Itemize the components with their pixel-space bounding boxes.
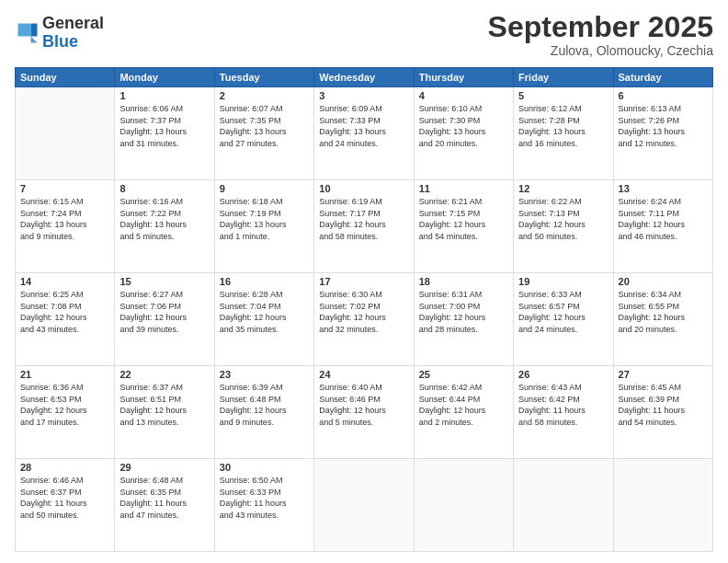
day-info: Sunrise: 6:46 AM Sunset: 6:37 PM Dayligh… — [20, 475, 109, 521]
day-info: Sunrise: 6:30 AM Sunset: 7:02 PM Dayligh… — [319, 289, 408, 335]
weekday-header-saturday: Saturday — [613, 68, 712, 87]
month-title: September 2025 — [488, 11, 713, 43]
day-info: Sunrise: 6:07 AM Sunset: 7:35 PM Dayligh… — [220, 103, 309, 149]
day-info: Sunrise: 6:15 AM Sunset: 7:24 PM Dayligh… — [20, 196, 109, 242]
calendar-week-4: 21Sunrise: 6:36 AM Sunset: 6:53 PM Dayli… — [16, 366, 713, 459]
title-block: September 2025 Zulova, Olomoucky, Czechi… — [488, 11, 713, 58]
day-info: Sunrise: 6:09 AM Sunset: 7:33 PM Dayligh… — [319, 103, 408, 149]
calendar-cell: 18Sunrise: 6:31 AM Sunset: 7:00 PM Dayli… — [414, 273, 513, 366]
calendar-cell: 28Sunrise: 6:46 AM Sunset: 6:37 PM Dayli… — [16, 459, 115, 552]
page-container: General Blue September 2025 Zulova, Olom… — [0, 0, 728, 563]
day-number: 19 — [518, 276, 608, 287]
day-number: 28 — [20, 462, 109, 473]
day-info: Sunrise: 6:37 AM Sunset: 6:51 PM Dayligh… — [119, 382, 209, 428]
day-info: Sunrise: 6:40 AM Sunset: 6:46 PM Dayligh… — [319, 382, 408, 428]
day-info: Sunrise: 6:43 AM Sunset: 6:42 PM Dayligh… — [518, 382, 608, 428]
calendar-cell: 29Sunrise: 6:48 AM Sunset: 6:35 PM Dayli… — [115, 459, 214, 552]
calendar-week-5: 28Sunrise: 6:46 AM Sunset: 6:37 PM Dayli… — [16, 459, 713, 552]
calendar-cell — [16, 87, 115, 180]
svg-marker-1 — [31, 36, 38, 42]
calendar-week-3: 14Sunrise: 6:25 AM Sunset: 7:08 PM Dayli… — [16, 273, 713, 366]
calendar-cell: 20Sunrise: 6:34 AM Sunset: 6:55 PM Dayli… — [613, 273, 712, 366]
location-subtitle: Zulova, Olomoucky, Czechia — [488, 43, 713, 58]
weekday-header-monday: Monday — [115, 68, 214, 87]
calendar-cell: 12Sunrise: 6:22 AM Sunset: 7:13 PM Dayli… — [514, 180, 613, 273]
calendar-cell: 10Sunrise: 6:19 AM Sunset: 7:17 PM Dayli… — [314, 180, 414, 273]
day-info: Sunrise: 6:45 AM Sunset: 6:39 PM Dayligh… — [619, 382, 708, 428]
svg-marker-0 — [31, 23, 38, 36]
calendar-cell: 15Sunrise: 6:27 AM Sunset: 7:06 PM Dayli… — [115, 273, 214, 366]
day-number: 16 — [220, 276, 309, 287]
calendar-cell: 6Sunrise: 6:13 AM Sunset: 7:26 PM Daylig… — [613, 87, 712, 180]
day-info: Sunrise: 6:27 AM Sunset: 7:06 PM Dayligh… — [119, 289, 209, 335]
day-number: 21 — [20, 369, 109, 380]
day-number: 22 — [119, 369, 209, 380]
day-number: 20 — [619, 276, 708, 287]
calendar-cell: 14Sunrise: 6:25 AM Sunset: 7:08 PM Dayli… — [16, 273, 115, 366]
calendar-cell — [314, 459, 414, 552]
calendar-cell: 2Sunrise: 6:07 AM Sunset: 7:35 PM Daylig… — [214, 87, 313, 180]
calendar-week-1: 1Sunrise: 6:06 AM Sunset: 7:37 PM Daylig… — [16, 87, 713, 180]
day-info: Sunrise: 6:22 AM Sunset: 7:13 PM Dayligh… — [518, 196, 608, 242]
day-info: Sunrise: 6:16 AM Sunset: 7:22 PM Dayligh… — [119, 196, 209, 242]
day-info: Sunrise: 6:24 AM Sunset: 7:11 PM Dayligh… — [619, 196, 708, 242]
day-number: 25 — [419, 369, 508, 380]
day-number: 29 — [119, 462, 209, 473]
calendar-cell: 23Sunrise: 6:39 AM Sunset: 6:48 PM Dayli… — [214, 366, 313, 459]
calendar-cell: 16Sunrise: 6:28 AM Sunset: 7:04 PM Dayli… — [214, 273, 313, 366]
calendar-cell: 9Sunrise: 6:18 AM Sunset: 7:19 PM Daylig… — [214, 180, 313, 273]
day-number: 17 — [319, 276, 408, 287]
day-info: Sunrise: 6:31 AM Sunset: 7:00 PM Dayligh… — [419, 289, 508, 335]
weekday-header-sunday: Sunday — [16, 68, 115, 87]
calendar-cell: 24Sunrise: 6:40 AM Sunset: 6:46 PM Dayli… — [314, 366, 414, 459]
day-info: Sunrise: 6:13 AM Sunset: 7:26 PM Dayligh… — [619, 103, 708, 149]
calendar-cell: 21Sunrise: 6:36 AM Sunset: 6:53 PM Dayli… — [16, 366, 115, 459]
calendar-cell: 13Sunrise: 6:24 AM Sunset: 7:11 PM Dayli… — [613, 180, 712, 273]
day-info: Sunrise: 6:50 AM Sunset: 6:33 PM Dayligh… — [220, 475, 309, 521]
calendar-cell: 4Sunrise: 6:10 AM Sunset: 7:30 PM Daylig… — [414, 87, 513, 180]
logo-blue-text: Blue — [42, 32, 78, 51]
day-number: 5 — [518, 90, 608, 101]
calendar-cell: 5Sunrise: 6:12 AM Sunset: 7:28 PM Daylig… — [514, 87, 613, 180]
day-number: 23 — [220, 369, 309, 380]
day-number: 7 — [20, 183, 109, 194]
calendar-cell: 8Sunrise: 6:16 AM Sunset: 7:22 PM Daylig… — [115, 180, 214, 273]
day-info: Sunrise: 6:06 AM Sunset: 7:37 PM Dayligh… — [119, 103, 209, 149]
day-info: Sunrise: 6:21 AM Sunset: 7:15 PM Dayligh… — [419, 196, 508, 242]
day-info: Sunrise: 6:28 AM Sunset: 7:04 PM Dayligh… — [220, 289, 309, 335]
svg-marker-2 — [18, 23, 31, 36]
day-info: Sunrise: 6:48 AM Sunset: 6:35 PM Dayligh… — [119, 475, 209, 521]
weekday-header-row: SundayMondayTuesdayWednesdayThursdayFrid… — [16, 68, 713, 87]
weekday-header-tuesday: Tuesday — [214, 68, 313, 87]
calendar-cell: 1Sunrise: 6:06 AM Sunset: 7:37 PM Daylig… — [115, 87, 214, 180]
day-number: 9 — [220, 183, 309, 194]
day-info: Sunrise: 6:10 AM Sunset: 7:30 PM Dayligh… — [419, 103, 508, 149]
calendar-cell — [414, 459, 513, 552]
day-number: 2 — [220, 90, 309, 101]
day-number: 27 — [619, 369, 708, 380]
calendar-cell: 7Sunrise: 6:15 AM Sunset: 7:24 PM Daylig… — [16, 180, 115, 273]
weekday-header-wednesday: Wednesday — [314, 68, 414, 87]
weekday-header-friday: Friday — [514, 68, 613, 87]
day-number: 12 — [518, 183, 608, 194]
calendar-cell — [514, 459, 613, 552]
day-number: 11 — [419, 183, 508, 194]
calendar-cell: 19Sunrise: 6:33 AM Sunset: 6:57 PM Dayli… — [514, 273, 613, 366]
day-number: 13 — [619, 183, 708, 194]
day-info: Sunrise: 6:12 AM Sunset: 7:28 PM Dayligh… — [518, 103, 608, 149]
header: General Blue September 2025 Zulova, Olom… — [15, 11, 713, 58]
day-info: Sunrise: 6:39 AM Sunset: 6:48 PM Dayligh… — [220, 382, 309, 428]
day-number: 24 — [319, 369, 408, 380]
day-info: Sunrise: 6:18 AM Sunset: 7:19 PM Dayligh… — [220, 196, 309, 242]
day-info: Sunrise: 6:34 AM Sunset: 6:55 PM Dayligh… — [619, 289, 708, 335]
logo-general-text: General — [42, 14, 104, 32]
calendar-cell: 26Sunrise: 6:43 AM Sunset: 6:42 PM Dayli… — [514, 366, 613, 459]
calendar-week-2: 7Sunrise: 6:15 AM Sunset: 7:24 PM Daylig… — [16, 180, 713, 273]
calendar-cell: 25Sunrise: 6:42 AM Sunset: 6:44 PM Dayli… — [414, 366, 513, 459]
calendar-cell: 27Sunrise: 6:45 AM Sunset: 6:39 PM Dayli… — [613, 366, 712, 459]
calendar-table: SundayMondayTuesdayWednesdayThursdayFrid… — [15, 67, 713, 552]
day-number: 6 — [619, 90, 708, 101]
day-number: 18 — [419, 276, 508, 287]
weekday-header-thursday: Thursday — [414, 68, 513, 87]
calendar-cell: 11Sunrise: 6:21 AM Sunset: 7:15 PM Dayli… — [414, 180, 513, 273]
